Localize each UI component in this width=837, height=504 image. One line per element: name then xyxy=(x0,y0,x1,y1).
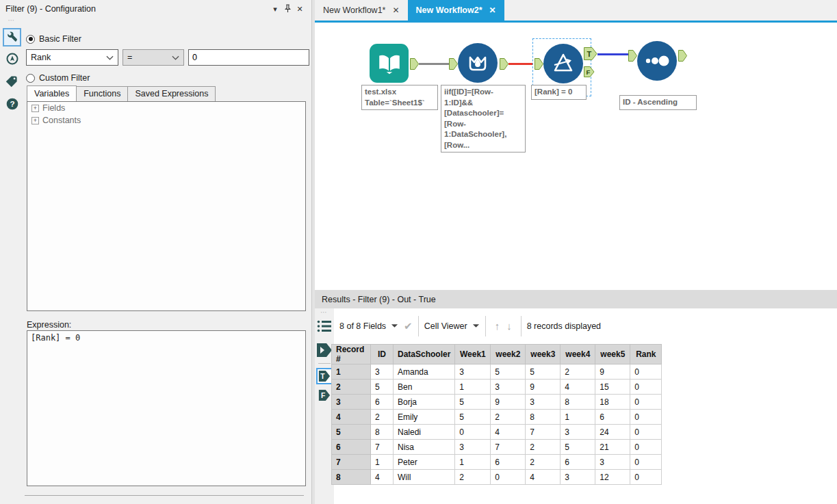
connection-input-button[interactable] xyxy=(316,343,333,360)
column-header[interactable]: ID xyxy=(371,345,394,364)
tab-variables[interactable]: Variables xyxy=(27,85,77,101)
column-header[interactable]: DataSchooler xyxy=(394,345,455,364)
column-header[interactable]: Week1 xyxy=(455,345,491,364)
table-row[interactable]: 71Peter162630 xyxy=(332,455,662,470)
rail-grip-icon[interactable]: ⋯ xyxy=(320,310,329,318)
table-cell: 3 xyxy=(371,364,394,380)
table-row[interactable]: 84Will2043120 xyxy=(332,470,662,485)
close-icon[interactable]: ✕ xyxy=(294,5,306,14)
formula-annotation[interactable]: iif([ID]=[Row- 1:ID]&& [Dataschooler]= [… xyxy=(441,85,526,152)
column-header[interactable]: week3 xyxy=(526,345,561,364)
expression-editor[interactable]: [Rank] = 0 xyxy=(27,330,306,486)
filter-field-select[interactable]: Rank xyxy=(26,49,118,66)
table-cell: 3 xyxy=(491,380,526,395)
table-cell: 4 xyxy=(332,410,371,425)
column-header[interactable]: week2 xyxy=(491,345,526,364)
table-cell: 3 xyxy=(561,470,595,485)
wire-formula-to-filter[interactable] xyxy=(508,63,533,65)
cell-viewer-dropdown[interactable]: Cell Viewer xyxy=(424,321,467,331)
table-cell: 5 xyxy=(332,425,371,440)
fields-dropdown[interactable]: 8 of 8 Fields xyxy=(339,321,386,331)
table-cell: 2 xyxy=(491,410,526,425)
wire-filter-to-sort[interactable] xyxy=(597,53,628,55)
column-header[interactable]: Record # xyxy=(332,345,371,364)
table-cell: 8 xyxy=(526,410,561,425)
connection-icon xyxy=(316,343,333,358)
false-anchor-button[interactable]: F xyxy=(316,387,333,403)
column-header[interactable]: week4 xyxy=(561,345,595,364)
expression-label: Expression: xyxy=(27,320,71,330)
table-row[interactable]: 42Emily528160 xyxy=(332,410,662,425)
sort-annotation[interactable]: ID - Ascending xyxy=(619,95,697,110)
chevron-down-icon[interactable] xyxy=(472,323,480,328)
records-displayed-label: 8 records displayed xyxy=(527,321,601,331)
output-anchor[interactable] xyxy=(500,58,508,70)
input-anchor[interactable] xyxy=(628,50,637,62)
results-toolbar: 8 of 8 Fields ✔ Cell Viewer ↑ ↓ 8 record… xyxy=(334,308,837,343)
input-anchor[interactable] xyxy=(535,58,543,70)
custom-filter-radio[interactable] xyxy=(26,74,35,83)
configuration-titlebar: Filter (9) - Configuration ▾ ✕ xyxy=(0,0,311,18)
wire-input-to-formula[interactable] xyxy=(419,63,449,65)
anchor-letter: T xyxy=(587,50,592,58)
workflow-tab-1[interactable]: New Workflow1* ✕ xyxy=(315,0,408,21)
table-row[interactable]: 25Ben1394150 xyxy=(332,380,662,395)
table-cell: 9 xyxy=(595,364,630,380)
filter-operator-select[interactable]: = xyxy=(123,49,184,66)
false-output-anchor[interactable]: F xyxy=(584,66,595,77)
help-button[interactable]: ? xyxy=(3,96,21,114)
output-anchor[interactable] xyxy=(678,50,687,62)
input-anchor[interactable] xyxy=(449,58,458,70)
tree-item-fields[interactable]: + Fields xyxy=(27,102,305,114)
navigation-button[interactable] xyxy=(3,51,21,69)
table-cell: 7 xyxy=(371,440,394,455)
rail-grip-icon[interactable]: ⋯ xyxy=(8,18,16,26)
column-header[interactable]: Rank xyxy=(630,345,662,364)
input-annotation[interactable]: test.xlsx Table=`Sheet1$` xyxy=(361,85,438,110)
configuration-tool-button[interactable] xyxy=(3,28,21,47)
table-cell: 2 xyxy=(455,470,491,485)
arrow-up-icon[interactable]: ↑ xyxy=(495,320,500,332)
table-cell: 7 xyxy=(491,440,526,455)
true-output-anchor[interactable]: T xyxy=(584,47,597,60)
sort-tool[interactable] xyxy=(637,41,677,81)
multi-row-formula-tool[interactable] xyxy=(458,43,498,83)
expand-plus-icon[interactable]: + xyxy=(31,105,39,112)
workflow-tab-2[interactable]: New Workflow2* ✕ xyxy=(408,0,504,21)
table-cell: 4 xyxy=(561,380,595,395)
tree-item-constants[interactable]: + Constants xyxy=(27,114,305,127)
close-icon[interactable]: ✕ xyxy=(392,5,399,15)
tab-functions[interactable]: Functions xyxy=(76,86,128,102)
table-cell: 1 xyxy=(455,380,491,395)
column-header[interactable]: week5 xyxy=(595,345,630,364)
table-cell: Emily xyxy=(394,410,455,425)
pin-icon[interactable] xyxy=(281,4,294,14)
chevron-down-icon[interactable] xyxy=(391,323,398,328)
table-row[interactable]: 58Naledi0473240 xyxy=(332,425,662,440)
apply-check-icon[interactable]: ✔ xyxy=(404,320,413,332)
table-row[interactable]: 67Nisa3725210 xyxy=(332,440,662,455)
workflow-canvas[interactable]: T F test.xlsx Table=`Sheet xyxy=(315,23,837,290)
panel-menu-caret-icon[interactable]: ▾ xyxy=(269,5,281,14)
expand-plus-icon[interactable]: + xyxy=(31,117,39,124)
table-row[interactable]: 13Amanda355290 xyxy=(332,364,662,380)
sort-icon xyxy=(637,41,677,81)
table-cell: 21 xyxy=(595,440,630,455)
table-row[interactable]: 36Borja5938180 xyxy=(332,395,662,410)
field-list-button[interactable] xyxy=(317,319,332,336)
tab-saved-expressions[interactable]: Saved Expressions xyxy=(127,86,216,102)
workflow-tab-label: New Workflow1* xyxy=(323,5,385,15)
results-table[interactable]: Record #IDDataSchoolerWeek1week2week3wee… xyxy=(331,344,662,485)
true-anchor-button-selected[interactable]: T xyxy=(316,368,333,384)
table-cell: 6 xyxy=(332,440,371,455)
tag-button[interactable] xyxy=(3,73,21,92)
table-cell: Borja xyxy=(394,395,455,410)
filter-tool[interactable] xyxy=(543,44,583,83)
output-anchor[interactable] xyxy=(410,58,419,70)
close-icon[interactable]: ✕ xyxy=(489,5,496,15)
filter-operand-input[interactable] xyxy=(188,49,309,66)
arrow-down-icon[interactable]: ↓ xyxy=(506,320,512,332)
basic-filter-radio[interactable] xyxy=(26,35,35,44)
filter-annotation[interactable]: [Rank] = 0 xyxy=(531,85,587,100)
input-data-tool[interactable] xyxy=(370,44,409,83)
